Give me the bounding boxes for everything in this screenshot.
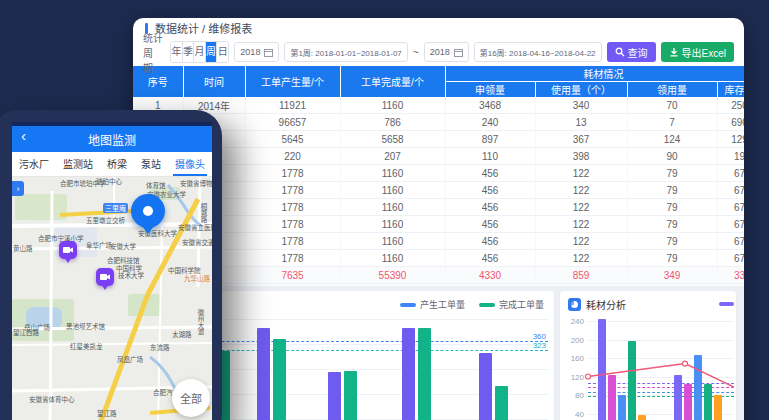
phone-screen: ‹ 地图监测 污水厂监测站桥梁泵站摄像头 (12, 122, 212, 420)
period-option-1[interactable]: 季 (183, 42, 195, 62)
table-row: 177811604561227967 (133, 233, 744, 250)
week-to-input[interactable]: 第16周: 2018-04-16~2018-04-22 (474, 42, 602, 62)
table-row: 177811604561227967 (133, 182, 744, 199)
bar-完成工单量-group3 (418, 328, 431, 420)
legend-dash (479, 303, 495, 307)
period-option-0[interactable]: 年 (171, 42, 183, 62)
period-option-2[interactable]: 月 (194, 42, 206, 62)
map-expand-toggle[interactable]: › (12, 181, 24, 196)
table-row: 12014年119211160346834070250 (133, 97, 744, 114)
main-panel: 数据统计 / 维修报表 统计周期: 年季月周日 2018 第1周: 2018-0… (133, 18, 744, 420)
group-header: 耗材情况 (445, 66, 744, 82)
back-icon[interactable]: ‹ (21, 127, 26, 144)
col-header-3: 工单完成量/个 (340, 66, 445, 97)
legend-dash (400, 303, 416, 307)
sub-header-1: 使用量（个） (535, 82, 627, 98)
phone-tab-1[interactable]: 监测站 (61, 152, 95, 176)
col-header-2: 工单产生量/个 (245, 66, 340, 97)
report-table-wrap: 序号时间工单产生量/个工单完成量/个耗材情况申领量使用量（个）领用量库存量120… (133, 66, 744, 301)
map-label: 阜华广场 (86, 240, 112, 250)
phone-overlay: ‹ 地图监测 污水厂监测站桥梁泵站摄像头 (0, 110, 222, 420)
map-label: 安徽省体育中心 (29, 394, 75, 404)
phone-title: 地图监测 (88, 131, 136, 148)
phone-tab-bar: 污水厂监测站桥梁泵站摄像头 (12, 152, 212, 177)
table-row: 177811604561227967 (133, 216, 744, 233)
map-label: 望江路 (97, 408, 117, 418)
y-axis-tick: 200 (566, 336, 584, 345)
map-label: 东流路 (150, 342, 170, 352)
map-label: 技术大学 (118, 270, 144, 280)
week-from-input[interactable]: 第1周: 2018-01-01~2018-01-07 (284, 42, 407, 62)
pin-center-dot (143, 206, 153, 216)
y-axis-tick: 240 (566, 317, 584, 326)
phone-tab-2[interactable]: 桥梁 (105, 152, 129, 176)
sub-header-0: 申领量 (445, 82, 535, 98)
map-label: 安徽省交通厅 (182, 237, 212, 247)
bar-产生工单量-group1 (257, 328, 270, 420)
period-option-3[interactable]: 周 (206, 42, 218, 62)
phone-header: ‹ 地图监测 (12, 126, 212, 152)
reference-line-label: 323 (533, 341, 546, 350)
legend-item-0[interactable]: 产生工单量 (400, 298, 465, 311)
legend-item-1[interactable]: 完成工单量 (479, 298, 544, 311)
breadcrumb: 数据统计 / 维修报表 (133, 18, 744, 38)
clipped-legend-dash (719, 302, 734, 306)
bar-完成工单量-group1 (273, 339, 286, 420)
map-label: 徽州大道 (195, 309, 205, 335)
pie-chart-icon (568, 298, 581, 311)
phone-tab-4[interactable]: 摄像头 (173, 152, 207, 176)
map-label: 红星美凯龙 (70, 341, 103, 351)
reference-line-label: 360 (533, 332, 546, 341)
map-label: 望江西路 (13, 327, 39, 337)
year-from-select[interactable]: 2018 (234, 42, 279, 62)
table-row: 56455658897367124129 (133, 131, 744, 148)
period-label: 统计周期: (143, 30, 165, 75)
map-label: 黄山路 (13, 243, 33, 253)
calendar-icon (264, 48, 273, 57)
filter-bar: 统计周期: 年季月周日 2018 第1周: 2018-01-01~2018-01… (133, 38, 744, 66)
map-label: 琥珀中心 (96, 177, 122, 186)
report-table: 序号时间工单产生量/个工单完成量/个耗材情况申领量使用量（个）领用量库存量120… (133, 66, 744, 301)
bar-产生工单量-group3 (402, 328, 415, 420)
camera-marker-1[interactable] (96, 268, 114, 286)
calendar-icon (454, 48, 463, 57)
bar-产生工单量-group4 (479, 353, 492, 420)
y-axis-tick: 80 (566, 391, 584, 400)
map-label: 五里墩立交桥 (86, 215, 125, 225)
phone-tab-3[interactable]: 泵站 (139, 152, 163, 176)
table-row: 177811604561227967 (133, 250, 744, 267)
workorder-chart-legend: 产生工单量完成工单量 (400, 298, 544, 311)
query-button[interactable]: 查询 (607, 42, 656, 62)
sub-header-2: 领用量 (627, 82, 717, 98)
all-filter-button[interactable]: 全部 (172, 379, 210, 417)
map-label: 安徽大学 (110, 241, 136, 251)
breadcrumb-text: 数据统计 / 维修报表 (155, 20, 252, 36)
selected-camera-pin[interactable] (131, 194, 165, 228)
y-axis-tick: 160 (566, 354, 584, 363)
camera-marker-0[interactable] (59, 241, 77, 259)
map-label: 安徽省博物馆 (180, 178, 212, 188)
charts-row: 产生工单量完成工单量 360323 耗材分析 2402001601208040 (133, 286, 744, 420)
phone-tab-0[interactable]: 污水厂 (17, 152, 51, 176)
range-separator: ~ (413, 47, 419, 58)
table-row: 177811604561227967 (133, 165, 744, 182)
consumable-chart-card: 耗材分析 2402001601208040 (560, 291, 736, 420)
year-to-select[interactable]: 2018 (424, 42, 469, 62)
export-excel-button[interactable]: 导出Excel (661, 42, 734, 62)
map-label: 凤凰广场 (117, 354, 143, 364)
map-view[interactable]: › 全部 合肥市琥珀中学琥珀中心体育馆安徽农业大学安徽省博物馆桐城路三里庵五里墩… (12, 177, 212, 420)
period-option-4[interactable]: 日 (217, 42, 228, 62)
total-row: 合计763555390433085934933 (133, 267, 744, 284)
bar-完成工单量-group4 (495, 386, 508, 420)
camera-icon (63, 246, 73, 254)
table-row: 177811604561227967 (133, 199, 744, 216)
bar-产生工单量-group2 (328, 372, 341, 420)
map-label: 三里庵 (103, 203, 128, 213)
camera-icon (100, 273, 110, 281)
y-axis-tick: 40 (566, 410, 584, 419)
map-label: 桐城路 (198, 203, 208, 223)
table-row: 96657786240137690 (133, 114, 744, 131)
period-segmented-control: 年季月周日 (170, 41, 229, 63)
map-label: 九华山路 (184, 273, 210, 283)
download-icon (669, 47, 679, 57)
